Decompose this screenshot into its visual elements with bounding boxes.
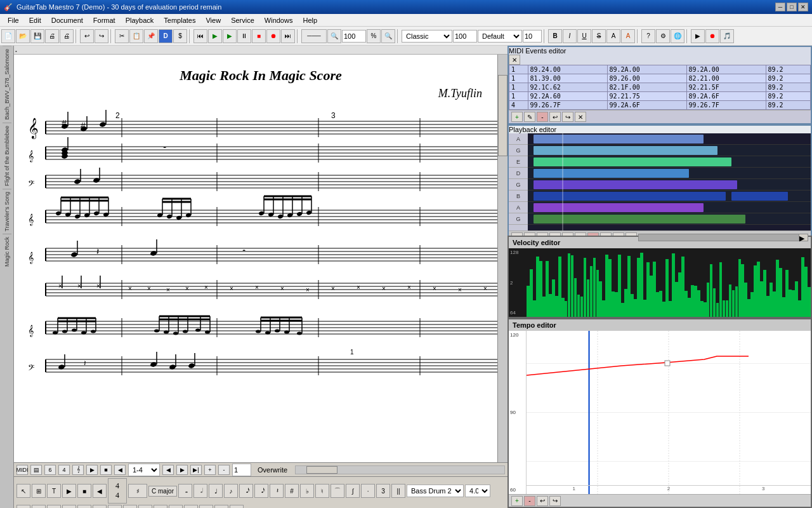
status-btn3[interactable]: 4 [58, 465, 70, 475]
midi-table-row[interactable]: 189.24.0089.2A.0089.2A.0089.2 [509, 65, 811, 74]
midi-edit-btn[interactable]: ✎ [524, 112, 535, 122]
menu-playback[interactable]: Playback [121, 14, 159, 27]
tempo-undo-btn[interactable]: ↩ [537, 496, 548, 506]
velocity-bars[interactable] [527, 248, 811, 317]
flat-btn[interactable]: ♭ [300, 484, 314, 498]
slur-btn[interactable]: ∫ [346, 484, 360, 498]
cut-button[interactable]: ✂ [115, 29, 129, 43]
menu-view[interactable]: View [200, 14, 226, 27]
measure-input[interactable] [232, 464, 251, 476]
chord2-btn[interactable]: △ [123, 505, 137, 508]
italic-button[interactable]: I [563, 29, 577, 43]
menu-service[interactable]: Service [226, 14, 259, 27]
dyn-btn[interactable]: 𝆐 [62, 505, 76, 508]
h-scroll-thumb[interactable] [306, 466, 337, 474]
font-size-input[interactable] [453, 30, 477, 43]
vertical-scrollbar[interactable] [497, 55, 508, 462]
velocity-select[interactable]: 4.0 [465, 485, 490, 497]
midi-redo-btn[interactable]: ↪ [562, 112, 573, 122]
menu-edit[interactable]: Edit [24, 14, 46, 27]
transport-play[interactable]: ▶ [208, 29, 222, 43]
options-button[interactable]: ⚙ [656, 29, 670, 43]
menu-templates[interactable]: Templates [159, 14, 200, 27]
sharp-btn[interactable]: # [285, 484, 299, 498]
bold-button[interactable]: B [548, 29, 562, 43]
stop-tool[interactable]: ■ [77, 484, 91, 498]
font-select[interactable]: Classic [402, 30, 452, 43]
trem-btn[interactable]: ≈ [93, 505, 107, 508]
close-button[interactable]: ✕ [798, 3, 808, 11]
new-button[interactable]: 📄 [1, 29, 15, 43]
nav-end[interactable]: ▶| [190, 465, 202, 475]
playback-tool[interactable]: ▶ [62, 484, 76, 498]
status-btn1[interactable]: ▤ [30, 465, 42, 475]
paste-button[interactable]: 📌 [144, 29, 158, 43]
back-tool[interactable]: ◀ [93, 484, 107, 498]
extra-btn[interactable]: ○ [169, 505, 183, 508]
audio-button[interactable]: 🎵 [720, 29, 734, 43]
tempo-add-btn[interactable]: + [511, 496, 523, 506]
rest-btn[interactable]: 𝄽 [270, 484, 284, 498]
quarter-note-btn[interactable]: ♩ [209, 484, 223, 498]
maximize-button[interactable]: □ [787, 3, 797, 11]
status-btn4[interactable]: 𝄞 [72, 465, 84, 475]
zoom-in-button[interactable]: ─── [301, 29, 327, 43]
help-button[interactable]: ? [641, 29, 655, 43]
midi-close2[interactable]: ✕ [575, 112, 586, 122]
midi-table-row[interactable]: 499.26.7F99.2A.6F99.26.7F89.2 [509, 101, 811, 110]
play-btn[interactable]: ▶ [86, 465, 98, 475]
web-button[interactable]: 🌐 [671, 29, 684, 43]
dyn2-btn[interactable]: f [77, 505, 91, 508]
zoom-fit[interactable]: 🔍 [381, 29, 395, 43]
chord-btn[interactable]: || [391, 484, 405, 498]
note-size-input[interactable] [523, 30, 542, 43]
open-button[interactable]: 📂 [16, 29, 30, 43]
transport-tostart[interactable]: ⏮ [193, 29, 207, 43]
tempo-redo-btn[interactable]: ↪ [549, 496, 561, 506]
range-select[interactable]: 1-4 [128, 464, 160, 476]
minus-measure[interactable]: - [218, 465, 230, 475]
save-button[interactable]: 💾 [30, 29, 44, 43]
playback-tracks[interactable] [528, 133, 811, 231]
strikethrough-button[interactable]: S [592, 29, 606, 43]
print2-button[interactable]: 🖨 [60, 29, 74, 43]
half-note-btn[interactable]: 𝅗𝅥 [193, 484, 207, 498]
menu-document[interactable]: Document [46, 14, 88, 27]
transport-pause[interactable]: ⏸ [237, 29, 251, 43]
record2-button[interactable]: ⏺ [705, 29, 719, 43]
minimize-button[interactable]: ─ [775, 3, 785, 11]
pb-scroll-right[interactable]: ▶ [799, 234, 808, 241]
underline-button[interactable]: U [577, 29, 591, 43]
stop-btn[interactable]: ■ [100, 465, 112, 475]
midi-events-table-container[interactable]: 189.24.0089.2A.0089.2A.0089.2181.39.0089… [509, 65, 811, 110]
menu-help[interactable]: Help [298, 14, 322, 27]
staff-btn[interactable]: ≡ [138, 505, 152, 508]
erase-btn[interactable]: ⊠ [199, 505, 213, 508]
add-measure[interactable]: + [204, 465, 216, 475]
midi-table-row[interactable]: 192.1C.6282.1F.0092.21.5F89.2 [509, 83, 811, 92]
transport-record[interactable]: ⏺ [266, 29, 280, 43]
arrow-btn[interactable]: → [230, 505, 244, 508]
menu-windows[interactable]: Windows [259, 14, 298, 27]
transport-end[interactable]: ⏭ [281, 29, 295, 43]
paste2-button[interactable]: D [159, 29, 173, 43]
tempo-graph[interactable]: 1 2 3 [527, 331, 811, 494]
undo-button[interactable]: ↩ [80, 29, 94, 43]
score-svg[interactable]: 2 3 4 𝄞 [14, 86, 508, 378]
midi-close[interactable]: ✕ [509, 55, 520, 65]
eighth-note-btn[interactable]: ♪ [224, 484, 238, 498]
tempo-del-btn[interactable]: - [524, 496, 535, 506]
select-tool[interactable]: ⊞ [32, 484, 46, 498]
repeat-btn[interactable]: :| [32, 505, 46, 508]
export-button[interactable]: ▶ [691, 29, 705, 43]
transport-stop[interactable]: ■ [252, 29, 266, 43]
copy-button[interactable]: 📋 [129, 29, 143, 43]
drum-select[interactable]: Bass Drum 2 [407, 485, 464, 497]
transport-play2[interactable]: ▶ [223, 29, 237, 43]
redo-button[interactable]: ↪ [95, 29, 108, 43]
midi-toggle[interactable]: MIDI [16, 465, 28, 475]
h-scrollbar[interactable] [295, 465, 505, 474]
menu-file[interactable]: File [3, 14, 24, 27]
trill-btn[interactable]: tr [108, 505, 122, 508]
whole-note-btn[interactable]: 𝅝 [178, 484, 192, 498]
